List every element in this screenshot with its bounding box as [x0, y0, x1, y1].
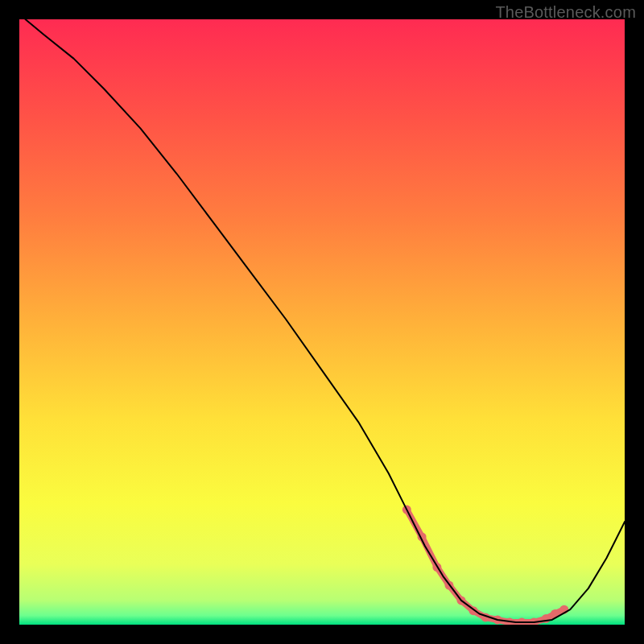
plot-area	[19, 19, 625, 625]
attribution-text: TheBottleneck.com	[495, 3, 636, 22]
chart-container: TheBottleneck.com	[0, 0, 644, 644]
gradient-background	[19, 19, 625, 625]
chart-svg	[19, 19, 625, 625]
